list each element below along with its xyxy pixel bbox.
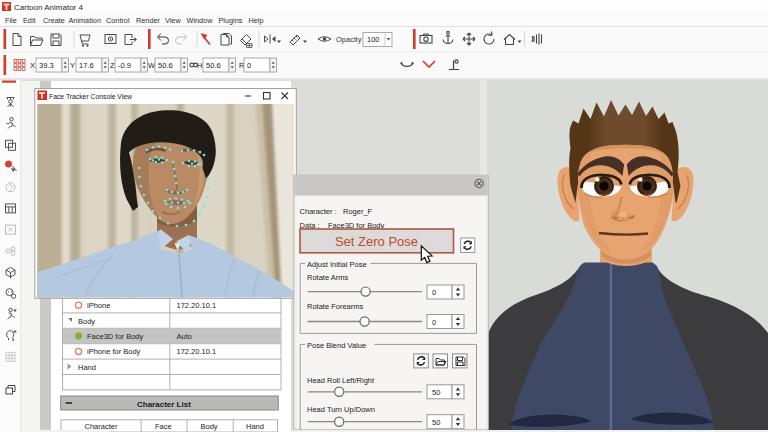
svg-text:Auto: Auto <box>177 332 192 341</box>
svg-text:Body: Body <box>201 422 218 431</box>
svg-text:Create: Create <box>43 16 65 25</box>
svg-text:Face3D for Body: Face3D for Body <box>328 221 385 230</box>
svg-text:Head Turn Up/Down: Head Turn Up/Down <box>307 405 375 414</box>
svg-text:Set Zero Pose: Set Zero Pose <box>335 234 418 249</box>
svg-text:iPhone: iPhone <box>87 301 110 310</box>
svg-text:Adjust Initial Pose: Adjust Initial Pose <box>307 260 367 269</box>
svg-text:Animation: Animation <box>69 16 101 25</box>
svg-text:Face: Face <box>155 422 172 431</box>
svg-text:Head Roll Left/Right: Head Roll Left/Right <box>307 376 375 385</box>
svg-text:Control: Control <box>106 16 130 25</box>
svg-text:Character List: Character List <box>137 400 191 409</box>
svg-text:Edit: Edit <box>23 16 36 25</box>
svg-text:Face Tracker Console View: Face Tracker Console View <box>49 93 132 100</box>
svg-text:Character :: Character : <box>300 207 337 216</box>
svg-text:Window: Window <box>187 16 214 25</box>
svg-text:Cartoon Animator 4: Cartoon Animator 4 <box>14 3 83 12</box>
svg-text:View: View <box>165 16 181 25</box>
svg-text:Z: Z <box>110 61 115 70</box>
svg-text:0: 0 <box>247 61 251 70</box>
svg-text:Opacity :: Opacity : <box>336 35 366 44</box>
svg-text:iPhone for Body: iPhone for Body <box>87 347 141 356</box>
svg-text:172.20.10.1: 172.20.10.1 <box>177 347 217 356</box>
svg-text:Plugins: Plugins <box>219 16 243 25</box>
svg-text:File: File <box>5 16 17 25</box>
svg-text:Data :: Data : <box>300 221 320 230</box>
svg-text:Roger_F: Roger_F <box>343 207 373 216</box>
svg-text:0: 0 <box>432 288 436 297</box>
svg-text:50.6: 50.6 <box>158 61 173 70</box>
svg-text:100: 100 <box>367 35 380 44</box>
svg-text:Pose Blend Value: Pose Blend Value <box>307 341 366 350</box>
svg-text:172.20.10.1: 172.20.10.1 <box>177 301 217 310</box>
svg-text:Body: Body <box>78 317 95 326</box>
svg-text:Y: Y <box>70 61 75 70</box>
svg-text:-0.9: -0.9 <box>118 61 131 70</box>
svg-text:Face3D for Body: Face3D for Body <box>87 332 144 341</box>
svg-text:50: 50 <box>432 418 440 427</box>
svg-text:H: H <box>197 61 202 70</box>
svg-text:X: X <box>30 61 35 70</box>
svg-text:Rotate Arms: Rotate Arms <box>307 273 349 282</box>
svg-text:Hand: Hand <box>246 422 264 431</box>
svg-text:Help: Help <box>249 16 264 25</box>
svg-text:0: 0 <box>432 318 436 327</box>
svg-text:Hand: Hand <box>78 363 96 372</box>
svg-text:Character: Character <box>85 422 118 431</box>
svg-text:50: 50 <box>432 388 440 397</box>
svg-text:Render: Render <box>136 16 161 25</box>
svg-text:39.3: 39.3 <box>39 61 54 70</box>
svg-text:Rotate Forearms: Rotate Forearms <box>307 302 364 311</box>
svg-text:50.6: 50.6 <box>206 61 221 70</box>
svg-text:17.6: 17.6 <box>79 61 94 70</box>
